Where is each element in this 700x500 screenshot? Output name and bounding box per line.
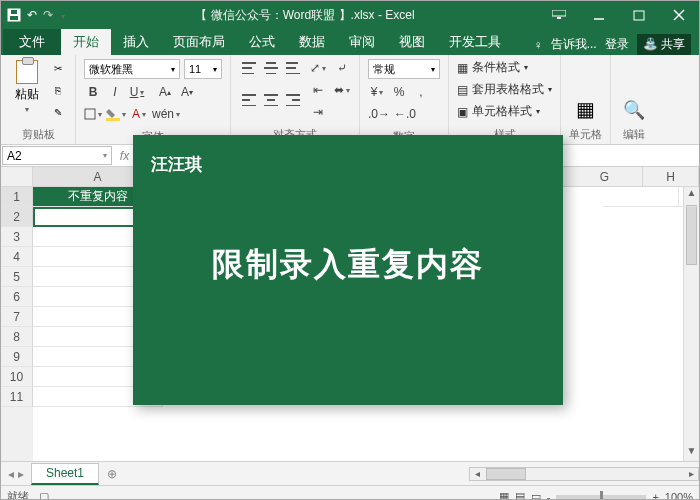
col-header-G[interactable]: G [567,167,643,187]
undo-icon[interactable]: ↶ [27,8,37,22]
redo-icon[interactable]: ↷ [43,8,53,22]
number-format-select[interactable]: 常规▾ [368,59,440,79]
col-header-H[interactable]: H [643,167,699,187]
accounting-format-icon[interactable]: ¥ [368,83,386,101]
fill-color-button[interactable] [106,105,126,123]
conditional-format-button[interactable]: ▦条件格式▾ [457,59,552,76]
horizontal-scrollbar[interactable]: ◂ ▸ [469,467,699,481]
align-right-icon[interactable] [283,91,303,109]
row-header[interactable]: 5 [1,267,33,287]
overlay-logo: 汪汪琪 [151,153,202,176]
cells-icon[interactable]: ▦ [576,97,595,121]
merge-cells-icon[interactable]: ⬌ [333,81,351,99]
align-top-icon[interactable] [239,59,259,77]
login-link[interactable]: 登录 [605,36,629,53]
decrease-indent-icon[interactable]: ⇤ [309,81,327,99]
row-header[interactable]: 4 [1,247,33,267]
row-header[interactable]: 11 [1,387,33,407]
add-sheet-button[interactable]: ⊕ [99,467,125,481]
tab-file[interactable]: 文件 [3,29,61,55]
row-header[interactable]: 6 [1,287,33,307]
tab-view[interactable]: 视图 [387,29,437,55]
row-header[interactable]: 10 [1,367,33,387]
macro-record-icon[interactable]: ▢ [39,490,49,500]
view-layout-icon[interactable]: ▤ [515,490,525,500]
name-box[interactable]: A2▾ [2,146,112,165]
status-ready: 就绪 [7,489,29,500]
row-header[interactable]: 3 [1,227,33,247]
tab-insert[interactable]: 插入 [111,29,161,55]
qat-more-icon[interactable] [59,8,65,22]
scroll-left-icon[interactable]: ◂ [470,468,484,479]
clipboard-icon [16,60,38,84]
italic-button[interactable]: I [106,83,124,101]
font-size-select[interactable]: 11▾ [184,59,222,79]
cond-format-icon: ▦ [457,61,468,75]
overlay-card: 汪汪琪 限制录入重复内容 [133,135,563,405]
increase-indent-icon[interactable]: ⇥ [309,103,327,121]
tab-dev[interactable]: 开发工具 [437,29,513,55]
shrink-font-icon[interactable]: A▾ [178,83,196,101]
format-painter-icon[interactable]: ✎ [49,103,67,121]
phonetic-button[interactable]: wén [152,105,180,123]
decrease-decimal-icon[interactable]: ←.0 [394,105,416,123]
font-color-button[interactable]: A [130,105,148,123]
select-all-corner[interactable] [1,167,33,187]
save-icon[interactable] [7,8,21,22]
tab-data[interactable]: 数据 [287,29,337,55]
wrap-text-icon[interactable]: ⤶ [333,59,351,77]
percent-icon[interactable]: % [390,83,408,101]
overlay-headline: 限制录入重复内容 [133,243,563,287]
align-middle-icon[interactable] [261,59,281,77]
increase-decimal-icon[interactable]: .0→ [368,105,390,123]
view-normal-icon[interactable]: ▦ [499,490,509,500]
cut-icon[interactable]: ✂ [49,59,67,77]
orientation-icon[interactable]: ⤢ [309,59,327,77]
scroll-thumb[interactable] [686,205,697,265]
sheet-tab[interactable]: Sheet1 [31,463,99,485]
copy-icon[interactable]: ⎘ [49,81,67,99]
svg-rect-11 [106,118,120,121]
comma-icon[interactable]: , [412,83,430,101]
cell[interactable] [603,187,679,207]
close-button[interactable] [659,1,699,29]
cell-styles-button[interactable]: ▣单元格样式▾ [457,103,552,120]
bold-button[interactable]: B [84,83,102,101]
scroll-down-icon[interactable]: ▼ [684,445,699,461]
tell-me[interactable]: 告诉我... [551,36,597,53]
row-header[interactable]: 8 [1,327,33,347]
row-header[interactable]: 1 [1,187,33,207]
maximize-button[interactable] [619,1,659,29]
tab-home[interactable]: 开始 [61,29,111,55]
zoom-level[interactable]: 100% [665,491,693,501]
find-icon[interactable]: 🔍 [623,99,645,121]
zoom-slider[interactable] [556,495,646,499]
align-center-icon[interactable] [261,91,281,109]
ribbon-options-icon[interactable] [539,1,579,29]
zoom-out-button[interactable]: - [547,491,551,501]
tab-formula[interactable]: 公式 [237,29,287,55]
grow-font-icon[interactable]: A▴ [156,83,174,101]
share-button[interactable]: ⛲ 共享 [637,34,691,55]
align-bottom-icon[interactable] [283,59,303,77]
group-editing: 🔍 编辑 [611,55,657,144]
border-button[interactable] [84,105,102,123]
tab-nav[interactable]: ◂ ▸ [1,467,31,481]
minimize-button[interactable] [579,1,619,29]
scroll-thumb[interactable] [486,468,526,480]
cell[interactable] [679,187,700,207]
underline-button[interactable]: U [128,83,146,101]
zoom-in-button[interactable]: + [652,491,658,501]
font-name-select[interactable]: 微软雅黑▾ [84,59,180,79]
format-as-table-button[interactable]: ▤套用表格格式▾ [457,81,552,98]
scroll-right-icon[interactable]: ▸ [684,468,698,479]
paste-button[interactable]: 粘贴 ▾ [9,59,45,115]
align-left-icon[interactable] [239,91,259,109]
tab-layout[interactable]: 页面布局 [161,29,237,55]
row-header[interactable]: 9 [1,347,33,367]
view-pagebreak-icon[interactable]: ▭ [531,490,541,500]
row-header[interactable]: 2 [1,207,33,227]
row-header[interactable]: 7 [1,307,33,327]
tab-review[interactable]: 审阅 [337,29,387,55]
vertical-scrollbar[interactable]: ▲ ▼ [683,187,699,461]
